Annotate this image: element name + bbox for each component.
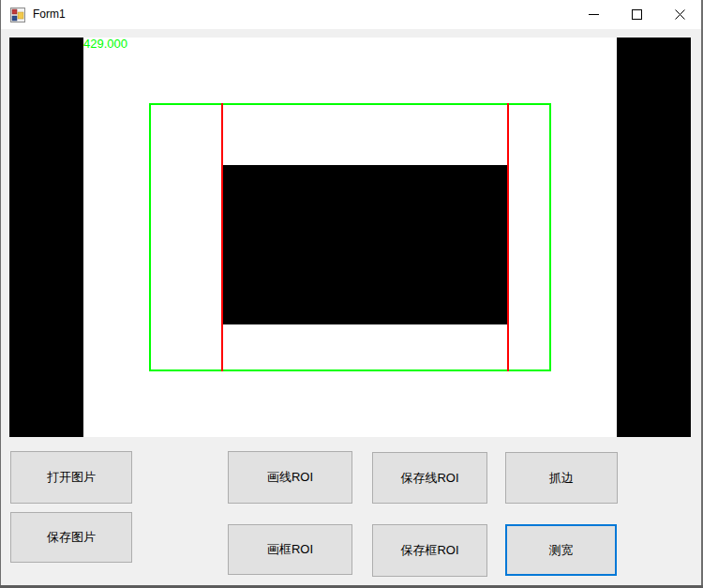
grab-edge-button[interactable]: 抓边 bbox=[505, 452, 618, 504]
measured-object bbox=[222, 165, 507, 324]
minimize-icon bbox=[589, 14, 599, 15]
draw-line-roi-button[interactable]: 画线ROI bbox=[228, 451, 352, 504]
maximize-icon bbox=[632, 9, 642, 20]
form-window: Form1 429.000 打开图片 保存图片 画线ROI bbox=[0, 0, 703, 588]
form-icon bbox=[10, 8, 25, 23]
close-button[interactable] bbox=[658, 0, 701, 29]
minimize-button[interactable] bbox=[572, 0, 615, 29]
image-black-band-right bbox=[617, 38, 691, 437]
maximize-button[interactable] bbox=[615, 0, 658, 29]
measurement-value-label: 429.000 bbox=[83, 38, 127, 51]
image-viewer[interactable]: 429.000 bbox=[9, 38, 691, 437]
window-controls bbox=[572, 0, 701, 29]
measure-width-button[interactable]: 测宽 bbox=[505, 524, 617, 576]
detected-edge-line-right bbox=[507, 103, 509, 371]
image-black-band-left bbox=[9, 38, 83, 437]
save-rect-roi-button[interactable]: 保存框ROI bbox=[372, 524, 487, 577]
detected-edge-line-left bbox=[221, 103, 223, 371]
draw-rect-roi-button[interactable]: 画框ROI bbox=[228, 524, 352, 575]
open-image-button[interactable]: 打开图片 bbox=[10, 451, 132, 504]
titlebar: Form1 bbox=[1, 0, 701, 29]
close-icon bbox=[675, 9, 685, 20]
save-line-roi-button[interactable]: 保存线ROI bbox=[372, 452, 487, 504]
window-border-left bbox=[0, 0, 1, 588]
save-image-button[interactable]: 保存图片 bbox=[10, 512, 132, 563]
window-title: Form1 bbox=[33, 0, 66, 29]
